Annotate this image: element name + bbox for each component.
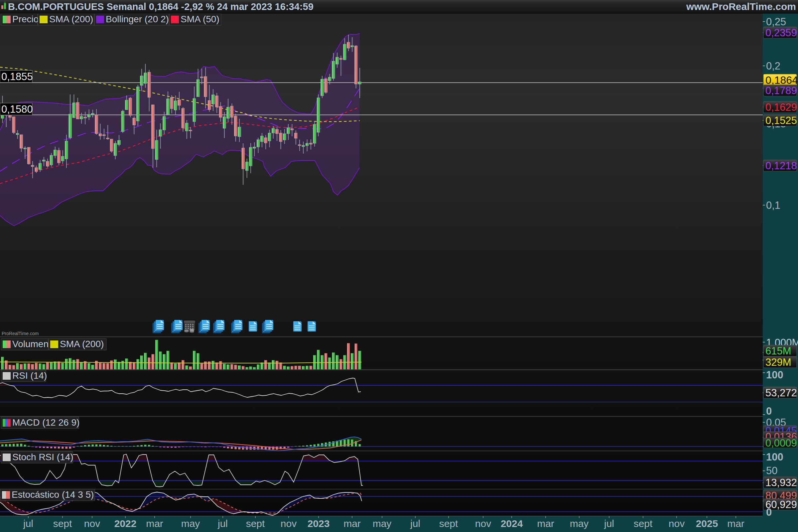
svg-text:SMA (200): SMA (200) xyxy=(60,339,104,349)
svg-text:B.COM.PORTUGUES Semanal 0,1864: B.COM.PORTUGUES Semanal 0,1864 -2,92 % 2… xyxy=(8,1,314,12)
svg-text:MACD (12 26 9): MACD (12 26 9) xyxy=(12,417,79,428)
svg-text:0,1218: 0,1218 xyxy=(765,160,797,172)
svg-text:615M: 615M xyxy=(765,345,791,357)
svg-text:sept: sept xyxy=(246,518,265,529)
svg-text:0,1: 0,1 xyxy=(766,200,780,211)
svg-text:0,1629: 0,1629 xyxy=(765,101,797,113)
svg-text:0: 0 xyxy=(766,405,772,417)
svg-text:0,25: 0,25 xyxy=(766,16,786,27)
svg-text:nov: nov xyxy=(281,518,297,529)
svg-text:sept: sept xyxy=(53,518,72,529)
svg-text:mar: mar xyxy=(537,518,554,529)
svg-text:Volumen: Volumen xyxy=(12,339,49,349)
svg-text:0,1855: 0,1855 xyxy=(1,71,33,82)
svg-text:sept: sept xyxy=(439,518,458,529)
svg-text:2024: 2024 xyxy=(501,518,523,529)
svg-text:329M: 329M xyxy=(765,357,791,368)
svg-text:100: 100 xyxy=(766,451,783,463)
svg-text:2022: 2022 xyxy=(114,518,137,529)
svg-text:sept: sept xyxy=(634,518,653,529)
svg-text:jul: jul xyxy=(217,518,228,529)
svg-text:ProRealTime.com: ProRealTime.com xyxy=(2,331,39,336)
svg-text:0,2359: 0,2359 xyxy=(765,27,797,39)
svg-text:www.ProRealTime.com: www.ProRealTime.com xyxy=(686,1,796,12)
svg-text:may: may xyxy=(373,518,392,529)
svg-text:Estocástico (14 3 5): Estocástico (14 3 5) xyxy=(12,490,94,500)
svg-text:0,0009: 0,0009 xyxy=(765,437,797,449)
svg-text:Stoch RSI (14): Stoch RSI (14) xyxy=(12,452,74,462)
svg-text:jul: jul xyxy=(604,518,614,529)
svg-text:0,1580: 0,1580 xyxy=(1,103,33,115)
svg-text:50: 50 xyxy=(766,465,777,476)
svg-text:mar: mar xyxy=(343,518,361,529)
svg-text:RSI (14): RSI (14) xyxy=(12,370,47,381)
svg-text:jul: jul xyxy=(410,518,420,529)
svg-text:100: 100 xyxy=(766,369,783,381)
svg-text:Bollinger (20 2): Bollinger (20 2) xyxy=(106,14,169,24)
svg-text:SMA (200): SMA (200) xyxy=(49,14,93,24)
svg-text:nov: nov xyxy=(84,518,100,529)
svg-text:SMA (50): SMA (50) xyxy=(180,14,220,24)
svg-text:0,2: 0,2 xyxy=(766,60,780,72)
svg-text:0,1525: 0,1525 xyxy=(765,115,797,126)
svg-text:53,272: 53,272 xyxy=(765,387,797,399)
svg-text:0,1789: 0,1789 xyxy=(765,85,797,96)
svg-text:mar: mar xyxy=(146,518,163,529)
svg-text:nov: nov xyxy=(475,518,491,529)
svg-text:Precio: Precio xyxy=(12,14,39,24)
svg-text:0,1864: 0,1864 xyxy=(765,74,798,86)
svg-text:0: 0 xyxy=(766,507,772,518)
svg-text:13,932: 13,932 xyxy=(765,477,797,489)
svg-text:may: may xyxy=(181,518,200,529)
svg-text:nov: nov xyxy=(669,518,685,529)
svg-text:2025: 2025 xyxy=(696,518,718,529)
svg-text:mar: mar xyxy=(727,518,744,529)
svg-text:may: may xyxy=(570,518,589,529)
svg-text:jul: jul xyxy=(23,518,33,529)
svg-text:2023: 2023 xyxy=(307,518,330,529)
